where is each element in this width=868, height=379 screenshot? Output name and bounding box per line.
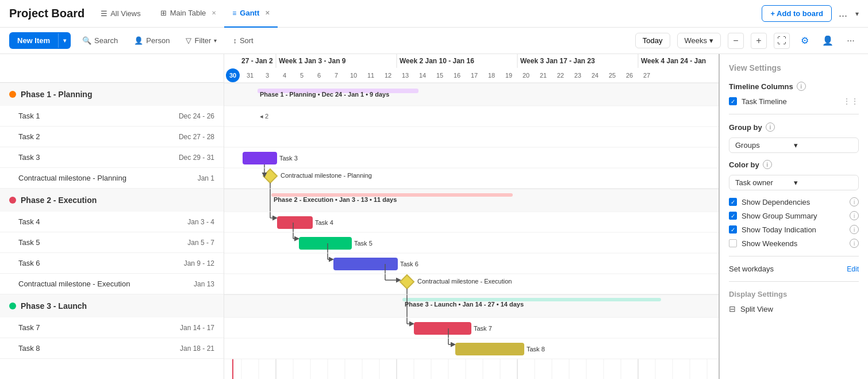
svg-rect-113 (455, 343, 524, 355)
weeks-label: Weeks (685, 36, 708, 45)
color-by-selector[interactable]: Task owner ▾ (729, 175, 859, 190)
show-dependencies-info-icon[interactable]: i (850, 197, 859, 206)
svg-rect-108 (414, 322, 471, 335)
show-dependencies-label: Show Dependencies (742, 198, 810, 206)
group-by-section: Group by i (729, 122, 859, 132)
divider1 (729, 114, 859, 114)
svg-rect-92 (224, 253, 719, 274)
zoom-out-button[interactable]: − (728, 33, 744, 49)
svg-text:Task 3: Task 3 (279, 155, 298, 162)
tab-gantt[interactable]: ≡ Gantt ✕ (224, 0, 278, 28)
fullscreen-icon: ⛶ (777, 36, 786, 46)
tab-gantt-icon: ≡ (232, 9, 236, 17)
group-by-selector[interactable]: Groups ▾ (729, 137, 859, 153)
show-weekends-checkbox[interactable] (729, 239, 737, 247)
tab-bar: ⊞ Main Table ✕ ≡ Gantt ✕ (152, 0, 278, 28)
task8-date: Jan 18 - 21 (157, 344, 214, 353)
milestone2-name: Contractual milestone - Execution (18, 280, 157, 288)
task4-date: Jan 3 - 4 (157, 218, 214, 226)
new-item-button[interactable]: New Item ▾ (9, 32, 71, 49)
header-more-button[interactable]: ... (839, 7, 847, 20)
settings-button[interactable]: ⚙ (797, 33, 813, 49)
phase3-label: Phase 3 - Launch (21, 301, 87, 311)
color-by-value: Task owner (735, 178, 794, 187)
svg-text:10: 10 (350, 72, 357, 79)
color-by-info-icon[interactable]: i (763, 160, 772, 169)
display-settings-title: Display Settings (729, 290, 859, 298)
svg-text:27: 27 (643, 72, 650, 79)
svg-text:Phase 1 - Planning • Dec 24 - : Phase 1 - Planning • Dec 24 - Jan 1 • 9 … (260, 91, 389, 98)
new-item-label: New Item (9, 32, 58, 49)
split-view-row[interactable]: ⊟ Split View (729, 304, 859, 313)
task6-name: Task 6 (18, 259, 157, 267)
task-row: Task 6 Jan 9 - 12 (0, 253, 224, 274)
all-views-button[interactable]: ☰ All Views (96, 7, 145, 20)
svg-text:11: 11 (367, 72, 374, 79)
show-group-summary-info-icon[interactable]: i (850, 211, 859, 220)
svg-text:◂ 2: ◂ 2 (260, 113, 268, 120)
main-container: Phase 1 - Planning Task 1 Dec 24 - 26 Ta… (0, 54, 868, 379)
phase1-label: Phase 1 - Planning (21, 90, 92, 99)
svg-text:17: 17 (471, 72, 478, 79)
svg-text:6: 6 (317, 72, 321, 79)
person2-button[interactable]: 👤 (820, 33, 836, 49)
show-weekends-info-icon[interactable]: i (850, 239, 859, 248)
new-item-dropdown-icon[interactable]: ▾ (58, 33, 71, 48)
svg-text:20: 20 (523, 72, 529, 79)
header-chevron-button[interactable]: ▾ (855, 10, 859, 18)
svg-text:12: 12 (385, 72, 391, 79)
tab-main-table[interactable]: ⊞ Main Table ✕ (152, 0, 225, 28)
filter-button[interactable]: ▽ Filter ▾ (181, 34, 221, 47)
show-today-checkbox[interactable]: ✓ (729, 225, 737, 233)
color-by-label: Color by (729, 160, 759, 169)
search-label: Search (94, 36, 118, 45)
svg-rect-87 (224, 232, 719, 253)
app-title: Project Board (9, 7, 85, 20)
tab-main-table-label: Main Table (170, 9, 206, 17)
task3-name: Task 3 (18, 153, 157, 162)
all-views-label: All Views (110, 9, 141, 18)
group-by-info-icon[interactable]: i (766, 122, 775, 132)
search-button[interactable]: 🔍 Search (78, 34, 122, 47)
task-timeline-label: Task Timeline (742, 97, 787, 106)
show-today-info-icon[interactable]: i (850, 225, 859, 234)
svg-text:13: 13 (402, 72, 409, 79)
sort-icon: ↕ (233, 36, 237, 45)
svg-rect-90 (299, 237, 352, 250)
tab-gantt-label: Gantt (240, 9, 259, 17)
task5-name: Task 5 (18, 238, 157, 247)
person-button[interactable]: 👤 Person (129, 34, 174, 47)
toolbar-more-icon: ··· (847, 36, 854, 46)
weeks-selector[interactable]: Weeks ▾ (677, 33, 721, 48)
tab-gantt-close[interactable]: ✕ (265, 10, 270, 16)
view-settings-title: View Settings (729, 63, 859, 72)
tab-main-table-close[interactable]: ✕ (212, 10, 216, 16)
task2-date: Dec 27 - 28 (157, 133, 214, 141)
fullscreen-button[interactable]: ⛶ (774, 33, 790, 49)
svg-text:30: 30 (229, 72, 236, 79)
svg-text:7: 7 (335, 72, 338, 79)
show-group-summary-label: Show Group Summary (742, 212, 817, 220)
show-group-summary-checkbox[interactable]: ✓ (729, 212, 737, 220)
add-to-board-button[interactable]: + Add to board (762, 5, 832, 22)
svg-text:21: 21 (540, 72, 547, 79)
task-timeline-checkbox[interactable]: ✓ (729, 97, 737, 105)
milestone2-date: Jan 13 (157, 280, 214, 288)
svg-text:24: 24 (592, 72, 598, 79)
timeline-columns-section: Timeline Columns i (729, 82, 859, 91)
svg-rect-72 (224, 147, 719, 168)
edit-workdays-button[interactable]: Edit (847, 265, 859, 273)
show-dependencies-checkbox[interactable]: ✓ (729, 198, 737, 206)
toolbar-more-button[interactable]: ··· (843, 33, 859, 49)
svg-text:3: 3 (266, 72, 269, 79)
sort-button[interactable]: ↕ Sort (228, 34, 258, 47)
zoom-in-icon: + (756, 36, 761, 46)
today-button[interactable]: Today (635, 33, 670, 48)
timeline-columns-info-icon[interactable]: i (797, 82, 806, 91)
task6-date: Jan 9 - 12 (157, 259, 214, 267)
top-bar: Project Board ☰ All Views ⊞ Main Table ✕… (0, 0, 868, 28)
task-timeline-drag-icon: ⋮⋮ (843, 97, 859, 106)
task-row: Task 1 Dec 24 - 26 (0, 106, 224, 127)
tab-main-table-icon: ⊞ (160, 9, 167, 17)
zoom-in-button[interactable]: + (751, 33, 767, 49)
